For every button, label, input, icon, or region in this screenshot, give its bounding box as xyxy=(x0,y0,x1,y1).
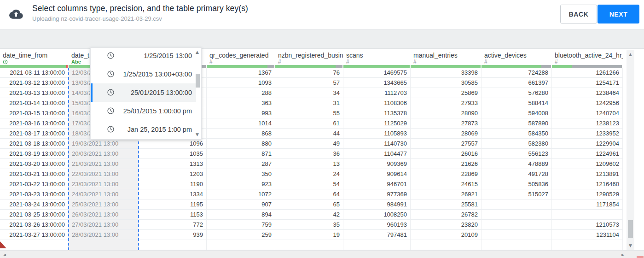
cell[interactable]: 1072 xyxy=(207,189,275,199)
cell[interactable]: 1195 xyxy=(139,199,207,210)
cell[interactable] xyxy=(482,240,552,250)
cell[interactable]: 661397 xyxy=(482,78,552,88)
cell[interactable]: 57 xyxy=(275,78,343,88)
cell[interactable]: 1238123 xyxy=(552,118,623,129)
cell[interactable]: 1108306 xyxy=(343,98,411,108)
cell[interactable]: 2021-03-12 13:00:00 xyxy=(0,78,69,88)
cell[interactable]: 2021-03-27 13:00:00 xyxy=(0,230,69,240)
cell[interactable]: 1367 xyxy=(207,68,275,78)
cell[interactable]: 772 xyxy=(139,220,207,230)
cell[interactable] xyxy=(69,240,139,250)
column-header-date_time_from[interactable]: date_time_from xyxy=(0,49,69,65)
cell[interactable]: 24/03/2021 13:00 xyxy=(69,189,139,199)
column-header-scans[interactable]: scans# xyxy=(343,49,411,65)
cell[interactable] xyxy=(552,210,623,220)
cell[interactable]: 1210573 xyxy=(552,220,623,230)
cell[interactable]: 350 xyxy=(207,169,275,179)
cell[interactable]: 1469575 xyxy=(343,68,411,78)
cell[interactable]: 2021-03-24 13:00:00 xyxy=(0,199,69,210)
date-format-option[interactable]: 1/25/2015 13:00 xyxy=(91,47,196,65)
column-header-bluetooth_active_24_hr_[interactable]: bluetooth_active_24_hr_# xyxy=(552,49,623,65)
cell[interactable]: 33398 xyxy=(411,68,482,78)
cell[interactable]: 2021-03-19 13:00:00 xyxy=(0,149,69,159)
cell[interactable]: 22/03/2021 13:00 xyxy=(69,169,139,179)
cell[interactable] xyxy=(343,240,411,250)
cell[interactable]: 1125029 xyxy=(343,118,411,129)
cell[interactable]: 31 xyxy=(275,98,343,108)
cell[interactable]: 1140730 xyxy=(343,139,411,149)
cell[interactable]: 2021-03-18 13:00:00 xyxy=(0,139,69,149)
cell[interactable]: 1008250 xyxy=(343,210,411,220)
cell[interactable]: 868 xyxy=(207,129,275,139)
cell[interactable]: 28/03/2021 13:00 xyxy=(69,230,139,240)
cell[interactable]: 25869 xyxy=(411,88,482,98)
cell[interactable]: 1240704 xyxy=(552,108,623,118)
cell[interactable]: 21626 xyxy=(411,159,482,169)
cell[interactable]: 26921 xyxy=(411,189,482,199)
cell[interactable]: 2021-03-21 13:00:00 xyxy=(0,169,69,179)
cell[interactable]: 515027 xyxy=(482,189,552,199)
cell[interactable] xyxy=(482,210,552,220)
cell[interactable]: 21/03/2021 13:00 xyxy=(69,159,139,169)
cell[interactable]: 977369 xyxy=(343,189,411,199)
dropdown-scroll-up-icon[interactable]: ▲ xyxy=(196,50,199,54)
cell[interactable] xyxy=(482,199,552,210)
back-button[interactable]: BACK xyxy=(560,5,597,23)
cell[interactable]: 588414 xyxy=(482,98,552,108)
cell[interactable]: 880 xyxy=(207,139,275,149)
column-header-nzbn_registered_busine[interactable]: nzbn_registered_busine# xyxy=(275,49,343,65)
cell[interactable] xyxy=(207,240,275,250)
cell[interactable]: 64 xyxy=(275,189,343,199)
cell[interactable]: 1231104 xyxy=(552,230,623,240)
cell[interactable]: 582380 xyxy=(482,139,552,149)
cell[interactable] xyxy=(482,230,552,240)
cell[interactable]: 1203 xyxy=(139,169,207,179)
cell[interactable]: 1313 xyxy=(139,159,207,169)
dropdown-scroll-down-icon[interactable]: ▼ xyxy=(196,133,199,137)
cell[interactable]: 27873 xyxy=(411,118,482,129)
cell[interactable]: 946701 xyxy=(343,179,411,189)
cell[interactable] xyxy=(482,220,552,230)
cell[interactable]: 19/03/2021 13:00 xyxy=(69,139,139,149)
cell[interactable]: 27/03/2021 13:00 xyxy=(69,220,139,230)
cell[interactable]: 25581 xyxy=(411,199,482,210)
cell[interactable]: 26782 xyxy=(411,210,482,220)
date-format-option-selected[interactable]: 25/01/2015 13:00:00 xyxy=(91,83,196,102)
cell[interactable]: 27557 xyxy=(411,139,482,149)
cell[interactable]: 2021-03-15 13:00:00 xyxy=(0,108,69,118)
cell[interactable]: 1261266 xyxy=(552,68,623,78)
cell[interactable]: 478889 xyxy=(482,159,552,169)
cell[interactable]: 13 xyxy=(275,159,343,169)
cell[interactable]: 19 xyxy=(275,230,343,240)
cell[interactable]: 1242956 xyxy=(552,98,623,108)
cell[interactable]: 2021-03-14 13:00:00 xyxy=(0,98,69,108)
dropdown-scrollbar[interactable]: ▲ ▼ xyxy=(195,48,201,139)
cell[interactable]: 1343665 xyxy=(343,78,411,88)
cell[interactable]: 1216460 xyxy=(552,179,623,189)
date-format-option[interactable]: 25/01/2015 1:00:00 pm xyxy=(91,102,196,120)
column-header-manual_entries[interactable]: manual_entries# xyxy=(411,49,482,65)
cell[interactable]: 1153 xyxy=(139,210,207,220)
cell[interactable]: 25/03/2021 13:00 xyxy=(69,199,139,210)
cell[interactable]: 2021-03-26 13:00:00 xyxy=(0,220,69,230)
cell[interactable]: 1035 xyxy=(139,149,207,159)
cell[interactable]: 594008 xyxy=(482,108,552,118)
cell[interactable]: 1104477 xyxy=(343,149,411,159)
cell[interactable]: 44 xyxy=(275,129,343,139)
cell[interactable]: 894 xyxy=(207,210,275,220)
cell[interactable]: 20/03/2021 13:00 xyxy=(69,149,139,159)
cell[interactable]: 22869 xyxy=(411,169,482,179)
next-button[interactable]: NEXT xyxy=(598,5,639,23)
cell[interactable]: 42 xyxy=(275,210,343,220)
horizontal-scrollbar[interactable]: ◄ ► xyxy=(0,250,644,258)
cell[interactable]: 576280 xyxy=(482,88,552,98)
cell[interactable]: 724288 xyxy=(482,68,552,78)
cell[interactable]: 1238464 xyxy=(552,88,623,98)
cell[interactable] xyxy=(275,240,343,250)
cell[interactable]: 1254171 xyxy=(552,78,623,88)
cell[interactable]: 1290529 xyxy=(552,189,623,199)
cell[interactable]: 1229904 xyxy=(552,139,623,149)
cell[interactable]: 1334 xyxy=(139,189,207,199)
cell[interactable]: 287 xyxy=(207,159,275,169)
date-format-option[interactable]: Jan 25, 2015 1:00 pm xyxy=(91,120,196,139)
